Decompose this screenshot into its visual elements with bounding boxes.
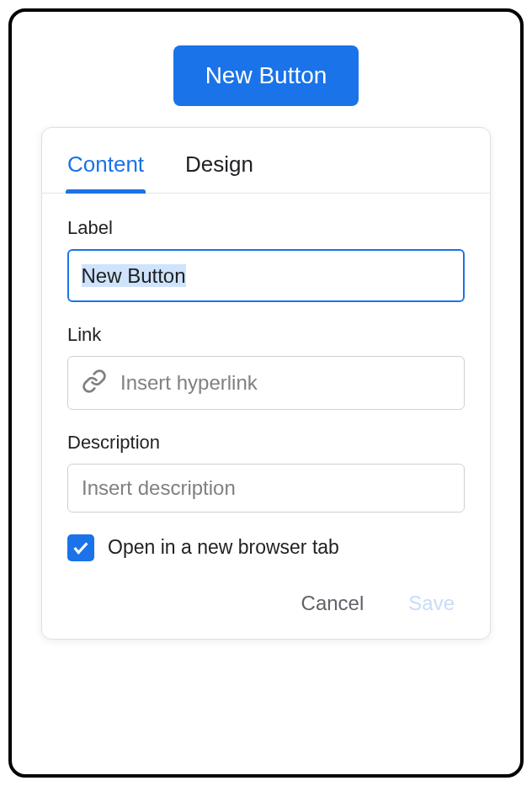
field-description-group: Description [67,432,465,512]
footer-buttons: Cancel Save [67,587,465,620]
save-button[interactable]: Save [405,587,458,620]
description-field-title: Description [67,432,465,454]
tab-design[interactable]: Design [184,128,255,193]
preview-button: New Button [173,45,359,106]
link-field-title: Link [67,324,465,346]
open-new-tab-label: Open in a new browser tab [108,536,339,559]
tabs-row: Content Design [42,128,490,194]
label-field-title: Label [67,217,465,239]
label-input-value: New Button [82,264,186,287]
field-label-group: Label New Button [67,217,465,302]
panel-body: Label New Button Link [42,194,490,639]
link-input[interactable] [120,371,450,395]
link-icon [82,369,107,397]
editor-panel: Content Design Label New Button Link [41,127,491,640]
editor-frame: New Button Content Design Label New Butt… [8,8,524,778]
open-new-tab-row[interactable]: Open in a new browser tab [67,534,465,561]
label-input[interactable]: New Button [67,249,465,302]
tab-content[interactable]: Content [66,128,146,193]
open-new-tab-checkbox[interactable] [67,534,94,561]
link-input-wrap[interactable] [67,356,465,410]
cancel-button[interactable]: Cancel [298,587,368,620]
description-input[interactable] [67,464,465,512]
field-link-group: Link [67,324,465,410]
checkmark-icon [72,539,90,557]
